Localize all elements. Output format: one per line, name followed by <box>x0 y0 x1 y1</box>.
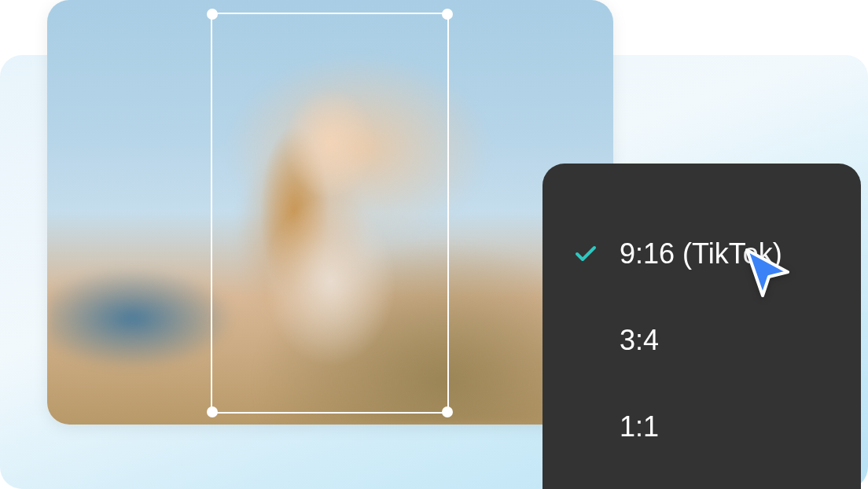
ratio-label: 9:16 (TikTok) <box>620 237 782 270</box>
ratio-label: 1:1 <box>620 410 659 443</box>
ratio-option-1-1[interactable]: 1:1 <box>574 384 829 470</box>
aspect-ratio-panel: 9:16 (TikTok) 3:4 1:1 <box>542 164 861 489</box>
crop-frame[interactable] <box>211 13 449 414</box>
ratio-option-9-16[interactable]: 9:16 (TikTok) <box>574 211 829 297</box>
crop-handle-bottom-left[interactable] <box>207 406 218 417</box>
crop-handle-bottom-right[interactable] <box>442 406 453 417</box>
crop-handle-top-right[interactable] <box>442 9 453 20</box>
crop-handle-top-left[interactable] <box>207 9 218 20</box>
check-icon <box>574 245 598 263</box>
ratio-label: 3:4 <box>620 324 659 357</box>
ratio-option-3-4[interactable]: 3:4 <box>574 297 829 384</box>
